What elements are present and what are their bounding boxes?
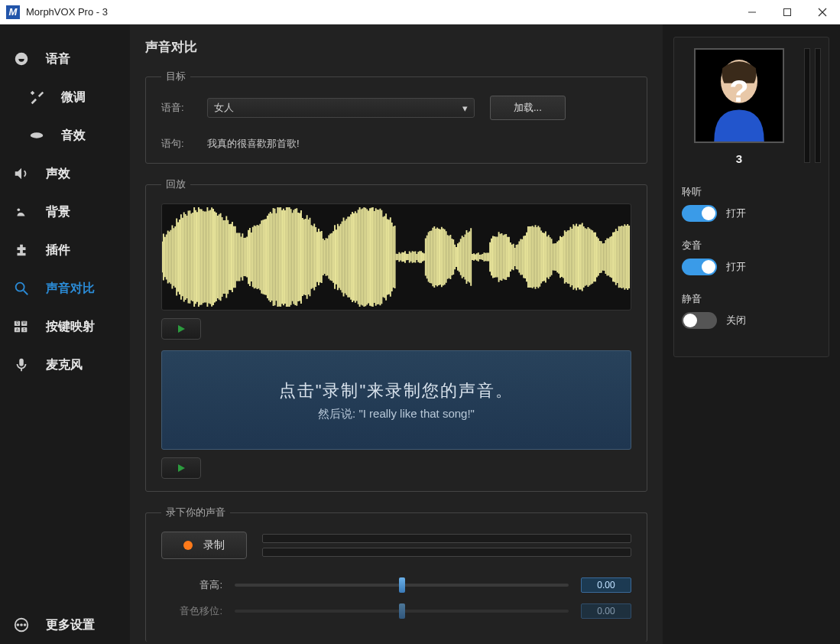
- svg-line-8: [24, 291, 28, 295]
- sound-icon: [11, 165, 32, 182]
- minimize-button[interactable]: [735, 1, 770, 24]
- close-button[interactable]: [805, 1, 840, 24]
- svg-point-7: [16, 283, 24, 291]
- record-legend: 录下你的声音: [161, 506, 230, 519]
- play-target-button[interactable]: [161, 318, 201, 340]
- play-user-button[interactable]: [161, 457, 201, 479]
- toggle-morph-label: 变音: [682, 239, 821, 252]
- profile-name: 3: [736, 152, 742, 165]
- toggle-morph[interactable]: [682, 259, 717, 275]
- toggle-mute-state: 关闭: [726, 314, 746, 327]
- playback-fieldset: 回放 点击"录制"来录制您的声音。 然后说: "I really like th…: [145, 177, 647, 492]
- sidebar-item-tune[interactable]: 微调: [0, 78, 130, 116]
- svg-point-22: [24, 624, 26, 626]
- background-icon: [11, 203, 32, 220]
- target-legend: 目标: [161, 70, 190, 83]
- shift-label: 音色移位:: [161, 604, 222, 618]
- svg-text:Q: Q: [16, 321, 19, 325]
- toggle-morph-state: 打开: [726, 260, 746, 274]
- sentence-label: 语句:: [161, 137, 207, 151]
- toggle-listen-label: 聆听: [682, 185, 821, 199]
- svg-point-6: [18, 208, 21, 211]
- sidebar-label: 声音对比: [46, 281, 95, 297]
- svg-point-21: [21, 624, 22, 626]
- svg-rect-1: [784, 8, 791, 15]
- target-waveform: [161, 203, 631, 311]
- sidebar-label: 声效: [46, 166, 70, 182]
- mic-icon: [11, 356, 32, 373]
- record-button-label: 录制: [203, 538, 225, 552]
- toggle-mute-label: 静音: [682, 292, 821, 306]
- sidebar: 语音 微调 音效 声效 背景 插件: [0, 24, 130, 644]
- search-icon: [11, 280, 32, 297]
- page-title: 声音对比: [145, 38, 647, 56]
- window-title: MorphVOX Pro - 3: [26, 6, 735, 18]
- profile-panel: ? 3 聆听 打开 变音: [673, 37, 829, 357]
- svg-text:W: W: [23, 321, 27, 325]
- toggle-listen[interactable]: [682, 205, 717, 222]
- maximize-button[interactable]: [770, 1, 805, 24]
- level-bar-2: [262, 548, 631, 557]
- chevron-down-icon: ▾: [462, 102, 468, 114]
- voice-icon: [11, 50, 32, 67]
- sidebar-label: 插件: [46, 242, 70, 259]
- sidebar-item-voice[interactable]: 语音: [0, 40, 130, 78]
- shift-value: 0.00: [581, 603, 631, 619]
- load-button[interactable]: 加载...: [490, 96, 566, 120]
- record-hint: 点击"录制"来录制您的声音。 然后说: "I really like that …: [161, 350, 631, 450]
- sidebar-item-compare[interactable]: 声音对比: [0, 269, 130, 307]
- sidebar-label: 背景: [46, 204, 70, 220]
- sidebar-label: 语音: [46, 51, 70, 67]
- pitch-value: 0.00: [581, 577, 631, 593]
- record-button[interactable]: 录制: [161, 532, 247, 559]
- level-bar-1: [262, 534, 631, 543]
- sidebar-label: 麦克风: [46, 357, 83, 373]
- record-fieldset: 录下你的声音 录制 音高: 0.00: [145, 506, 647, 642]
- level-meter-1: [804, 48, 810, 163]
- record-dot-icon: [183, 541, 193, 550]
- app-icon: M: [6, 5, 20, 19]
- sidebar-item-effects[interactable]: 音效: [0, 116, 130, 154]
- target-fieldset: 目标 语音: 女人 ▾ 加载... 语句: 我真的很喜歡那首歌!: [145, 70, 647, 164]
- svg-point-20: [18, 624, 19, 626]
- svg-text:S: S: [23, 328, 25, 332]
- voice-label: 语音:: [161, 101, 207, 115]
- sidebar-label: 音效: [61, 128, 86, 144]
- sidebar-item-keymap[interactable]: QWAS 按键映射: [0, 307, 130, 346]
- sidebar-item-sound[interactable]: 声效: [0, 154, 130, 193]
- toggle-listen-state: 打开: [726, 207, 746, 220]
- lips-icon: [26, 127, 47, 144]
- sidebar-item-more[interactable]: 更多设置: [0, 606, 130, 644]
- voice-dropdown[interactable]: 女人 ▾: [207, 98, 475, 118]
- tune-icon: [26, 89, 47, 106]
- sidebar-item-background[interactable]: 背景: [0, 193, 130, 231]
- sidebar-item-mic[interactable]: 麦克风: [0, 346, 130, 384]
- more-icon: [11, 616, 32, 633]
- plugin-icon: [11, 242, 32, 259]
- level-meter-2: [815, 48, 821, 163]
- avatar: ?: [694, 48, 784, 143]
- sidebar-label: 按键映射: [46, 319, 95, 335]
- right-sidebar: ? 3 聆听 打开 变音: [663, 24, 840, 644]
- sidebar-label: 微调: [61, 89, 86, 106]
- titlebar: M MorphVOX Pro - 3: [0, 0, 840, 24]
- main-panel: 声音对比 目标 语音: 女人 ▾ 加载... 语句: 我真的很喜歡那首歌!: [130, 24, 663, 644]
- app-window: M MorphVOX Pro - 3 语音 微调: [0, 0, 840, 644]
- svg-rect-17: [19, 359, 24, 366]
- keymap-icon: QWAS: [11, 318, 32, 335]
- sentence-value: 我真的很喜歡那首歌!: [207, 137, 300, 151]
- playback-legend: 回放: [161, 177, 190, 191]
- svg-text:?: ?: [729, 73, 748, 109]
- sidebar-item-plugin[interactable]: 插件: [0, 231, 130, 269]
- sidebar-label: 更多设置: [46, 617, 95, 633]
- toggle-mute[interactable]: [682, 312, 717, 329]
- voice-value: 女人: [214, 101, 234, 115]
- pitch-label: 音高:: [161, 578, 222, 592]
- pitch-slider[interactable]: [235, 584, 569, 587]
- svg-point-5: [31, 132, 44, 138]
- shift-slider[interactable]: [235, 610, 569, 613]
- hint-line2: 然后说: "I really like that song!": [318, 407, 475, 421]
- hint-line1: 点击"录制"来录制您的声音。: [279, 379, 514, 402]
